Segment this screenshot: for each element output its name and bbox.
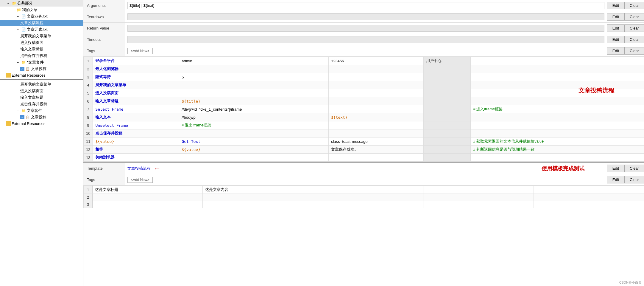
sidebar-item-article-business[interactable]: − 文章业务.txt [0, 13, 83, 20]
table-row-col3[interactable] [328, 89, 423, 97]
table-row-col4[interactable] [424, 137, 471, 146]
sidebar-item-click-save2[interactable]: 点击保存并投稿 [0, 101, 83, 107]
table-row-col4[interactable] [424, 146, 471, 154]
table-row-col1[interactable]: Select Frame [93, 105, 179, 113]
bottom-table-cell[interactable] [534, 186, 644, 194]
table-row-col2[interactable]: ${title} [179, 97, 329, 105]
timeout-input[interactable] [127, 36, 604, 43]
sidebar-item-input-title[interactable]: 输入文章标题 [0, 46, 83, 52]
table-row-col3[interactable] [328, 97, 423, 105]
table-row-col1[interactable]: 展开我的文章菜单 [93, 81, 179, 89]
table-row-col3[interactable] [328, 154, 423, 162]
table-row-col2[interactable] [179, 89, 329, 97]
bottom-tags-edit-button[interactable]: Edit [607, 176, 625, 183]
sidebar-item-external-resources[interactable]: External Resources [0, 72, 83, 78]
table-row-col4[interactable] [424, 113, 471, 121]
table-row-col3[interactable]: 文章保存成功。 [328, 146, 423, 154]
arguments-input[interactable] [127, 2, 604, 9]
table-row-col4[interactable] [424, 129, 471, 137]
table-row-col1[interactable]: 输入文章标题 [93, 97, 179, 105]
sidebar-item-my-articles[interactable]: − 我的文章 [0, 7, 83, 13]
table-row-col1[interactable]: 输入文本 [93, 113, 179, 121]
bottom-table-cell[interactable] [313, 194, 423, 201]
timeout-clear-button[interactable]: Clear [625, 36, 644, 43]
table-row-col1[interactable]: 点击保存并投稿 [93, 129, 179, 137]
arguments-clear-button[interactable]: Clear [625, 2, 644, 9]
bottom-table-cell[interactable] [93, 194, 203, 201]
table-row-col4[interactable] [424, 121, 471, 129]
table-row-col1[interactable]: Unselect Frame [93, 121, 179, 129]
table-row-col3[interactable]: 123456 [328, 57, 423, 65]
table-row-col2[interactable]: admin [179, 57, 329, 65]
table-row-col2[interactable]: //body/p [179, 113, 329, 121]
table-row-col2[interactable]: //div[@id="cke_1_contents"]/iframe [179, 105, 329, 113]
table-row-col4[interactable] [424, 97, 471, 105]
teardown-edit-button[interactable]: Edit [607, 13, 625, 21]
table-row-col1[interactable]: 最大化浏览器 [93, 65, 179, 73]
template-edit-button[interactable]: Edit [607, 165, 625, 172]
table-row-col3[interactable] [328, 65, 423, 73]
return-edit-button[interactable]: Edit [607, 24, 625, 32]
table-row-col3[interactable] [328, 105, 423, 113]
return-value-input[interactable] [127, 25, 604, 32]
tags-edit-button[interactable]: Edit [607, 47, 625, 55]
sidebar-item-expand-menu[interactable]: 展开我的文章菜单 [0, 33, 83, 39]
bottom-table-cell[interactable] [313, 186, 423, 194]
table-row-col1[interactable]: 相等 [93, 146, 179, 154]
sidebar-item-public[interactable]: − 公共部分 [0, 0, 83, 7]
table-row-col3[interactable]: class=toast-message [328, 137, 423, 146]
table-row-col4[interactable] [424, 105, 471, 113]
bottom-tags-clear-button[interactable]: Clear [625, 176, 644, 183]
table-row-col1[interactable]: 进入投稿页面 [93, 89, 179, 97]
table-row-col4[interactable]: 用户中心 [424, 57, 471, 65]
table-row-col2[interactable]: Get Text [179, 137, 329, 146]
bottom-table-cell[interactable]: 这是文章内容 [203, 186, 313, 194]
sidebar-item-article-submit-check[interactable]: 📋 文章投稿 [0, 66, 83, 72]
sidebar-item-article-elements[interactable]: − 文章元素.txt [0, 26, 83, 33]
table-row-col3[interactable] [328, 129, 423, 137]
table-row-col2[interactable]: ${value} [179, 146, 329, 154]
teardown-clear-button[interactable]: Clear [625, 13, 644, 21]
table-row-col1[interactable]: 登录至平台 [93, 57, 179, 65]
bottom-table-cell[interactable] [534, 194, 644, 201]
sidebar-item-external-resources2[interactable]: External Resources [0, 120, 83, 126]
table-row-col3[interactable]: ${text} [328, 113, 423, 121]
tags-clear-button[interactable]: Clear [625, 47, 644, 55]
table-row-col4[interactable] [424, 81, 471, 89]
return-clear-button[interactable]: Clear [625, 24, 644, 32]
bottom-table-cell[interactable] [534, 201, 644, 208]
sidebar-item-expand-menu2[interactable]: 展开我的文章菜单 [0, 81, 83, 88]
bottom-table-cell[interactable] [423, 186, 534, 194]
sidebar-item-article-suite2[interactable]: − 📁 文章套件 [0, 107, 83, 114]
table-row-col1[interactable]: 隐式等待 [93, 73, 179, 81]
table-row-col4[interactable] [424, 89, 471, 97]
sidebar-item-input-title2[interactable]: 输入文章标题 [0, 94, 83, 101]
sidebar-item-click-save[interactable]: 点击保存并投稿 [0, 52, 83, 59]
sidebar-item-enter-submit[interactable]: 进入投稿页面 [0, 39, 83, 46]
template-clear-button[interactable]: Clear [625, 165, 644, 172]
sidebar-item-enter-submit2[interactable]: 进入投稿页面 [0, 88, 83, 94]
table-row-col2[interactable] [179, 154, 329, 162]
bottom-table-cell[interactable] [93, 201, 203, 208]
table-row-col4[interactable] [424, 65, 471, 73]
arguments-edit-button[interactable]: Edit [607, 2, 625, 9]
table-row-col1[interactable]: 关闭浏览器 [93, 154, 179, 162]
table-row-col3[interactable] [328, 121, 423, 129]
timeout-edit-button[interactable]: Edit [607, 36, 625, 43]
bottom-table-cell[interactable] [203, 194, 313, 201]
bottom-table-cell[interactable]: 这是文章标题 [93, 186, 203, 194]
table-row-col2[interactable] [179, 65, 329, 73]
table-row-col3[interactable] [328, 81, 423, 89]
table-row-col2[interactable]: # 退出iframe框架 [179, 121, 329, 129]
sidebar-item-article-submit-check2[interactable]: 📋 文章投稿 [0, 114, 83, 120]
table-row-col4[interactable] [424, 154, 471, 162]
table-row-col3[interactable] [328, 73, 423, 81]
bottom-table-cell[interactable] [203, 201, 313, 208]
sidebar-item-article-suite[interactable]: − 📁 *文章套件 [0, 59, 83, 66]
teardown-input[interactable] [127, 13, 604, 20]
bottom-table-cell[interactable] [423, 201, 534, 208]
sidebar-item-article-submit-flow[interactable]: 文章投稿流程 [0, 20, 83, 26]
bottom-table-cell[interactable] [423, 194, 534, 201]
table-row-col2[interactable] [179, 81, 329, 89]
template-link[interactable]: 文章投稿流程 [127, 166, 151, 171]
